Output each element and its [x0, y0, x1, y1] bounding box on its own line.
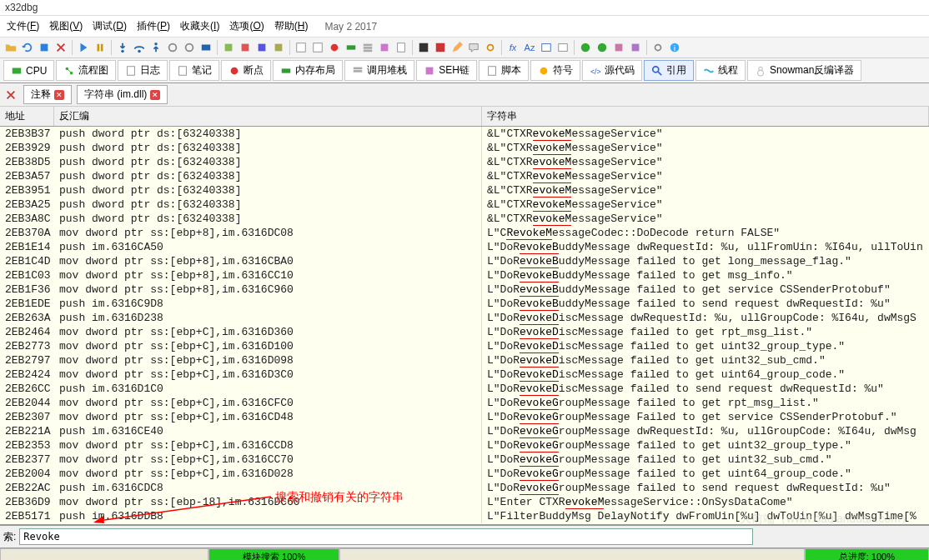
table-row[interactable]: 2EB370Amov dword ptr ss:[ebp+8],im.6316D…	[0, 226, 929, 240]
stop-icon[interactable]	[37, 40, 52, 55]
menu-file[interactable]: 文件(F)	[3, 18, 43, 35]
stack-icon[interactable]	[360, 40, 375, 55]
edit-icon[interactable]	[449, 40, 464, 55]
doc-close-icon[interactable]	[3, 88, 18, 102]
trace-over-icon[interactable]	[182, 40, 197, 55]
link-icon[interactable]	[483, 40, 498, 55]
step-over-icon[interactable]	[132, 40, 147, 55]
menu-fav[interactable]: 收藏夹(I)	[177, 18, 223, 35]
notes-icon[interactable]	[310, 40, 325, 55]
patch-icon[interactable]	[416, 40, 431, 55]
tab-seh[interactable]: SEH链	[416, 60, 477, 81]
tab-ref[interactable]: 引用	[644, 60, 694, 81]
cell-string: L"DoRevokeDiscMessage dwRequestId: %u, u…	[482, 311, 929, 325]
doctab-strings[interactable]: 字符串 (im.dll)✕	[77, 85, 168, 104]
bp-icon[interactable]	[327, 40, 342, 55]
close-icon[interactable]	[53, 40, 68, 55]
close-icon[interactable]: ✕	[150, 90, 160, 100]
tab-sym[interactable]: 符号	[530, 60, 580, 81]
table-row[interactable]: 2EB2797mov dword ptr ss:[ebp+C],im.6316D…	[0, 353, 929, 368]
table-row[interactable]: 2EB1C4Dmov dword ptr ss:[ebp+8],im.6316C…	[0, 254, 929, 268]
tool-1-icon[interactable]	[221, 40, 236, 55]
menu-plugins[interactable]: 插件(P)	[133, 18, 173, 35]
table-row[interactable]: 2EB3A8Cpush dword ptr ds:[63240338]&L"CT…	[0, 212, 929, 226]
table-row[interactable]: 2EB1F36mov dword ptr ss:[ebp+8],im.6316C…	[0, 282, 929, 297]
menu-options[interactable]: 选项(O)	[226, 18, 267, 35]
open-icon[interactable]	[3, 40, 18, 55]
tab-thread[interactable]: 线程	[695, 60, 746, 81]
header-disasm[interactable]: 反汇编	[54, 107, 482, 126]
table-row[interactable]: 2EB3929push dword ptr ds:[63240338]&L"CT…	[0, 141, 929, 155]
script-icon[interactable]	[394, 40, 409, 55]
close-icon[interactable]: ✕	[54, 90, 64, 100]
pause-icon[interactable]	[93, 40, 108, 55]
table-row[interactable]: 2EB2004mov dword ptr ss:[ebp+C],im.6316D…	[0, 467, 929, 481]
tab-snow[interactable]: Snowman反编译器	[747, 60, 861, 81]
header-string[interactable]: 字符串	[482, 107, 929, 126]
table-row[interactable]: 2EB3B37push dword ptr ds:[63240338]&L"CT…	[0, 127, 929, 141]
plugin4-icon[interactable]	[628, 40, 643, 55]
menu-help[interactable]: 帮助(H)	[271, 18, 312, 35]
step-out-icon[interactable]	[148, 40, 163, 55]
plugin2-icon[interactable]	[595, 40, 610, 55]
table-row[interactable]: 2EB221Apush im.6316CE40L"DoRevokeGroupMe…	[0, 424, 929, 438]
patch2-icon[interactable]	[433, 40, 448, 55]
tool-2-icon[interactable]	[238, 40, 253, 55]
tool-3-icon[interactable]	[254, 40, 269, 55]
menu-view[interactable]: 视图(V)	[46, 18, 86, 35]
tab-bp[interactable]: 断点	[221, 60, 271, 81]
table-row[interactable]: 2EB3951push dword ptr ds:[63240338]&L"CT…	[0, 183, 929, 198]
settings-icon[interactable]	[650, 40, 665, 55]
table-row[interactable]: 2EB1EDEpush im.6316C9D8L"DoRevokeBuddyMe…	[0, 297, 929, 311]
plugin3-icon[interactable]	[611, 40, 626, 55]
comment-icon[interactable]	[466, 40, 481, 55]
table-row[interactable]: 2EB38D5push dword ptr ds:[63240338]&L"CT…	[0, 155, 929, 169]
table-row[interactable]: 2EB2424mov dword ptr ss:[ebp+C],im.6316D…	[0, 368, 929, 382]
table-row[interactable]: 2EB1C03mov dword ptr ss:[ebp+8],im.6316C…	[0, 268, 929, 282]
run-icon[interactable]	[76, 40, 91, 55]
log-icon[interactable]	[294, 40, 309, 55]
hex-icon[interactable]	[555, 40, 570, 55]
ascii-icon[interactable]: Az	[522, 40, 537, 55]
tab-script[interactable]: 脚本	[479, 60, 529, 81]
calc-icon[interactable]: fx	[505, 40, 520, 55]
tab-cpu[interactable]: CPU	[3, 60, 54, 81]
tab-flow[interactable]: 流程图	[56, 60, 116, 81]
asm-icon[interactable]	[539, 40, 554, 55]
plugin1-icon[interactable]	[578, 40, 593, 55]
table-row[interactable]: 2EB2377mov dword ptr ss:[ebp+C],im.6316C…	[0, 452, 929, 467]
tab-log[interactable]: 日志	[118, 60, 168, 81]
table-row[interactable]: 2EB2044mov dword ptr ss:[ebp+C],im.6316C…	[0, 396, 929, 410]
table-row[interactable]: 2EB3A25push dword ptr ds:[63240338]&L"CT…	[0, 198, 929, 212]
table-row[interactable]: 2EB36D9mov dword ptr ss:[ebp-18],im.6316…	[0, 495, 929, 509]
table-row[interactable]: 2EB3A57push dword ptr ds:[63240338]&L"CT…	[0, 169, 929, 183]
table-row[interactable]: 2EB26CCpush im.6316D1C0L"DoRevokeDiscMes…	[0, 382, 929, 396]
step-into-icon[interactable]	[115, 40, 130, 55]
results-grid[interactable]: 2EB3B37push dword ptr ds:[63240338]&L"CT…	[0, 127, 929, 525]
table-row[interactable]: 2EB22ACpush im.6316CDC8L"DoRevokeGroupMe…	[0, 481, 929, 495]
mem-icon[interactable]	[344, 40, 359, 55]
run-to-icon[interactable]	[198, 40, 213, 55]
tab-mem[interactable]: 内存布局	[273, 60, 343, 81]
trace-into-icon[interactable]	[165, 40, 180, 55]
tab-stack[interactable]: 调用堆栈	[344, 60, 414, 81]
header-address[interactable]: 地址	[0, 107, 54, 126]
about-icon[interactable]: i	[667, 40, 682, 55]
table-row[interactable]: 2EB2353mov dword ptr ss:[ebp+C],im.6316C…	[0, 438, 929, 452]
tab-note[interactable]: 笔记	[169, 60, 219, 81]
seh-icon[interactable]	[377, 40, 392, 55]
table-row[interactable]: 2EB263Apush im.6316D238L"DoRevokeDiscMes…	[0, 311, 929, 325]
doctab-comments[interactable]: 注释✕	[23, 85, 72, 104]
cell-addr: 2EB3951	[0, 183, 54, 198]
tool-4-icon[interactable]	[271, 40, 286, 55]
tab-src[interactable]: </>源代码	[582, 60, 642, 81]
cell-string: &L"CTXRevokeMessageService"	[482, 212, 929, 226]
search-input[interactable]	[19, 528, 753, 545]
table-row[interactable]: 2EB2307mov dword ptr ss:[ebp+C],im.6316C…	[0, 410, 929, 424]
cell-string: L"DoRevokeGroupMessage failed to send re…	[482, 481, 929, 495]
table-row[interactable]: 2EB1E14push im.6316CA50L"DoRevokeBuddyMe…	[0, 240, 929, 254]
refresh-icon[interactable]	[20, 40, 35, 55]
table-row[interactable]: 2EB2464mov dword ptr ss:[ebp+C],im.6316D…	[0, 325, 929, 339]
table-row[interactable]: 2EB2773mov dword ptr ss:[ebp+C],im.6316D…	[0, 339, 929, 353]
menu-debug[interactable]: 调试(D)	[89, 18, 130, 35]
